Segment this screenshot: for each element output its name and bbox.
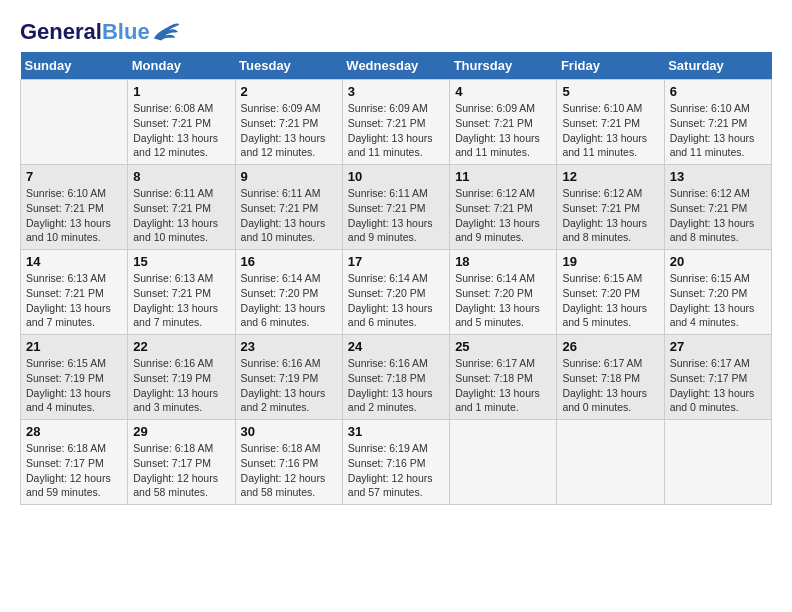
header-day-saturday: Saturday — [664, 52, 771, 80]
header-day-monday: Monday — [128, 52, 235, 80]
day-number: 22 — [133, 339, 229, 354]
calendar-cell: 24Sunrise: 6:16 AM Sunset: 7:18 PM Dayli… — [342, 335, 449, 420]
calendar-cell: 6Sunrise: 6:10 AM Sunset: 7:21 PM Daylig… — [664, 80, 771, 165]
calendar-cell: 25Sunrise: 6:17 AM Sunset: 7:18 PM Dayli… — [450, 335, 557, 420]
day-info: Sunrise: 6:11 AM Sunset: 7:21 PM Dayligh… — [348, 186, 444, 245]
day-info: Sunrise: 6:18 AM Sunset: 7:17 PM Dayligh… — [26, 441, 122, 500]
day-info: Sunrise: 6:15 AM Sunset: 7:20 PM Dayligh… — [562, 271, 658, 330]
day-info: Sunrise: 6:10 AM Sunset: 7:21 PM Dayligh… — [26, 186, 122, 245]
day-info: Sunrise: 6:19 AM Sunset: 7:16 PM Dayligh… — [348, 441, 444, 500]
day-info: Sunrise: 6:13 AM Sunset: 7:21 PM Dayligh… — [26, 271, 122, 330]
day-number: 6 — [670, 84, 766, 99]
day-number: 26 — [562, 339, 658, 354]
calendar-cell — [664, 420, 771, 505]
day-number: 7 — [26, 169, 122, 184]
calendar-week-row: 21Sunrise: 6:15 AM Sunset: 7:19 PM Dayli… — [21, 335, 772, 420]
calendar-cell: 12Sunrise: 6:12 AM Sunset: 7:21 PM Dayli… — [557, 165, 664, 250]
calendar-cell: 21Sunrise: 6:15 AM Sunset: 7:19 PM Dayli… — [21, 335, 128, 420]
day-info: Sunrise: 6:18 AM Sunset: 7:16 PM Dayligh… — [241, 441, 337, 500]
logo-bird-icon — [152, 21, 180, 43]
day-info: Sunrise: 6:14 AM Sunset: 7:20 PM Dayligh… — [455, 271, 551, 330]
calendar-cell: 4Sunrise: 6:09 AM Sunset: 7:21 PM Daylig… — [450, 80, 557, 165]
day-info: Sunrise: 6:14 AM Sunset: 7:20 PM Dayligh… — [348, 271, 444, 330]
calendar-cell: 10Sunrise: 6:11 AM Sunset: 7:21 PM Dayli… — [342, 165, 449, 250]
day-number: 16 — [241, 254, 337, 269]
day-number: 18 — [455, 254, 551, 269]
day-info: Sunrise: 6:09 AM Sunset: 7:21 PM Dayligh… — [241, 101, 337, 160]
calendar-cell: 13Sunrise: 6:12 AM Sunset: 7:21 PM Dayli… — [664, 165, 771, 250]
day-number: 20 — [670, 254, 766, 269]
day-number: 13 — [670, 169, 766, 184]
day-info: Sunrise: 6:12 AM Sunset: 7:21 PM Dayligh… — [670, 186, 766, 245]
day-number: 4 — [455, 84, 551, 99]
day-info: Sunrise: 6:10 AM Sunset: 7:21 PM Dayligh… — [670, 101, 766, 160]
day-number: 23 — [241, 339, 337, 354]
logo: GeneralBlue — [20, 20, 180, 44]
calendar-cell: 3Sunrise: 6:09 AM Sunset: 7:21 PM Daylig… — [342, 80, 449, 165]
header-day-tuesday: Tuesday — [235, 52, 342, 80]
calendar-cell: 20Sunrise: 6:15 AM Sunset: 7:20 PM Dayli… — [664, 250, 771, 335]
calendar-week-row: 28Sunrise: 6:18 AM Sunset: 7:17 PM Dayli… — [21, 420, 772, 505]
day-number: 19 — [562, 254, 658, 269]
calendar-header-row: SundayMondayTuesdayWednesdayThursdayFrid… — [21, 52, 772, 80]
calendar-cell: 17Sunrise: 6:14 AM Sunset: 7:20 PM Dayli… — [342, 250, 449, 335]
day-info: Sunrise: 6:11 AM Sunset: 7:21 PM Dayligh… — [133, 186, 229, 245]
day-info: Sunrise: 6:16 AM Sunset: 7:19 PM Dayligh… — [133, 356, 229, 415]
calendar-cell: 28Sunrise: 6:18 AM Sunset: 7:17 PM Dayli… — [21, 420, 128, 505]
calendar-week-row: 7Sunrise: 6:10 AM Sunset: 7:21 PM Daylig… — [21, 165, 772, 250]
calendar-cell: 15Sunrise: 6:13 AM Sunset: 7:21 PM Dayli… — [128, 250, 235, 335]
day-info: Sunrise: 6:14 AM Sunset: 7:20 PM Dayligh… — [241, 271, 337, 330]
calendar-cell: 19Sunrise: 6:15 AM Sunset: 7:20 PM Dayli… — [557, 250, 664, 335]
day-info: Sunrise: 6:13 AM Sunset: 7:21 PM Dayligh… — [133, 271, 229, 330]
calendar-cell: 16Sunrise: 6:14 AM Sunset: 7:20 PM Dayli… — [235, 250, 342, 335]
header-day-wednesday: Wednesday — [342, 52, 449, 80]
header-day-friday: Friday — [557, 52, 664, 80]
day-number: 14 — [26, 254, 122, 269]
logo-text: GeneralBlue — [20, 20, 150, 44]
calendar-cell: 26Sunrise: 6:17 AM Sunset: 7:18 PM Dayli… — [557, 335, 664, 420]
day-number: 11 — [455, 169, 551, 184]
calendar-week-row: 1Sunrise: 6:08 AM Sunset: 7:21 PM Daylig… — [21, 80, 772, 165]
day-number: 2 — [241, 84, 337, 99]
day-info: Sunrise: 6:16 AM Sunset: 7:19 PM Dayligh… — [241, 356, 337, 415]
day-info: Sunrise: 6:17 AM Sunset: 7:17 PM Dayligh… — [670, 356, 766, 415]
day-info: Sunrise: 6:12 AM Sunset: 7:21 PM Dayligh… — [455, 186, 551, 245]
day-number: 15 — [133, 254, 229, 269]
day-info: Sunrise: 6:16 AM Sunset: 7:18 PM Dayligh… — [348, 356, 444, 415]
day-number: 10 — [348, 169, 444, 184]
calendar-cell: 23Sunrise: 6:16 AM Sunset: 7:19 PM Dayli… — [235, 335, 342, 420]
calendar-cell: 27Sunrise: 6:17 AM Sunset: 7:17 PM Dayli… — [664, 335, 771, 420]
calendar-week-row: 14Sunrise: 6:13 AM Sunset: 7:21 PM Dayli… — [21, 250, 772, 335]
day-info: Sunrise: 6:17 AM Sunset: 7:18 PM Dayligh… — [562, 356, 658, 415]
day-number: 21 — [26, 339, 122, 354]
day-info: Sunrise: 6:11 AM Sunset: 7:21 PM Dayligh… — [241, 186, 337, 245]
calendar-cell: 30Sunrise: 6:18 AM Sunset: 7:16 PM Dayli… — [235, 420, 342, 505]
calendar-cell: 9Sunrise: 6:11 AM Sunset: 7:21 PM Daylig… — [235, 165, 342, 250]
calendar-cell: 11Sunrise: 6:12 AM Sunset: 7:21 PM Dayli… — [450, 165, 557, 250]
calendar-cell: 5Sunrise: 6:10 AM Sunset: 7:21 PM Daylig… — [557, 80, 664, 165]
day-info: Sunrise: 6:09 AM Sunset: 7:21 PM Dayligh… — [348, 101, 444, 160]
day-number: 28 — [26, 424, 122, 439]
calendar-cell — [557, 420, 664, 505]
calendar-cell: 7Sunrise: 6:10 AM Sunset: 7:21 PM Daylig… — [21, 165, 128, 250]
calendar-cell: 29Sunrise: 6:18 AM Sunset: 7:17 PM Dayli… — [128, 420, 235, 505]
calendar-table: SundayMondayTuesdayWednesdayThursdayFrid… — [20, 52, 772, 505]
day-info: Sunrise: 6:17 AM Sunset: 7:18 PM Dayligh… — [455, 356, 551, 415]
day-info: Sunrise: 6:15 AM Sunset: 7:20 PM Dayligh… — [670, 271, 766, 330]
header-day-sunday: Sunday — [21, 52, 128, 80]
day-number: 30 — [241, 424, 337, 439]
page-header: GeneralBlue — [20, 20, 772, 44]
day-info: Sunrise: 6:08 AM Sunset: 7:21 PM Dayligh… — [133, 101, 229, 160]
day-number: 27 — [670, 339, 766, 354]
calendar-cell: 2Sunrise: 6:09 AM Sunset: 7:21 PM Daylig… — [235, 80, 342, 165]
day-number: 25 — [455, 339, 551, 354]
calendar-cell: 18Sunrise: 6:14 AM Sunset: 7:20 PM Dayli… — [450, 250, 557, 335]
calendar-cell: 1Sunrise: 6:08 AM Sunset: 7:21 PM Daylig… — [128, 80, 235, 165]
day-info: Sunrise: 6:12 AM Sunset: 7:21 PM Dayligh… — [562, 186, 658, 245]
calendar-cell: 22Sunrise: 6:16 AM Sunset: 7:19 PM Dayli… — [128, 335, 235, 420]
calendar-cell — [450, 420, 557, 505]
day-number: 29 — [133, 424, 229, 439]
day-number: 8 — [133, 169, 229, 184]
day-info: Sunrise: 6:18 AM Sunset: 7:17 PM Dayligh… — [133, 441, 229, 500]
day-number: 31 — [348, 424, 444, 439]
